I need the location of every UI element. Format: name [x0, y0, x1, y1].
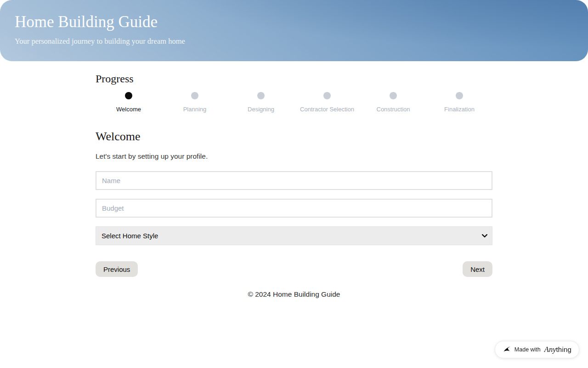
- brand-any: Any: [544, 345, 556, 354]
- next-button[interactable]: Next: [463, 261, 492, 277]
- step-label: Designing: [248, 106, 274, 113]
- progress-step-designing: Designing: [228, 92, 294, 113]
- anything-logo-icon: [503, 345, 511, 354]
- progress-step-planning: Planning: [162, 92, 228, 113]
- previous-button[interactable]: Previous: [96, 261, 138, 277]
- main-content: Progress Welcome Planning Designing Cont…: [96, 61, 492, 299]
- progress-step-construction: Construction: [360, 92, 426, 113]
- step-dot-planning: [191, 92, 198, 99]
- progress-stepper: Welcome Planning Designing Contractor Se…: [96, 92, 492, 113]
- made-with-label: Made with: [514, 346, 541, 353]
- step-dot-construction: [390, 92, 397, 99]
- step-label: Welcome: [116, 106, 141, 113]
- step-dot-finalization: [456, 92, 463, 99]
- step-label: Planning: [183, 106, 207, 113]
- welcome-heading: Welcome: [96, 130, 492, 144]
- progress-step-contractor-selection: Contractor Selection: [294, 92, 360, 113]
- made-with-badge[interactable]: Made with Any thing: [495, 341, 579, 358]
- welcome-description: Let's start by setting up your profile.: [96, 152, 492, 161]
- header-banner: Home Building Guide Your personalized jo…: [0, 0, 588, 61]
- step-dot-designing: [257, 92, 265, 99]
- step-dot-contractor-selection: [323, 92, 331, 99]
- home-style-select-wrap: Select Home Style: [96, 226, 492, 245]
- page-subtitle: Your personalized journey to building yo…: [15, 37, 573, 46]
- brand-name: Any thing: [544, 345, 571, 354]
- brand-thing: thing: [556, 345, 571, 353]
- progress-heading: Progress: [96, 61, 492, 85]
- footer-copyright: © 2024 Home Building Guide: [96, 290, 492, 299]
- name-input[interactable]: [96, 171, 492, 190]
- step-dot-welcome: [125, 92, 132, 99]
- step-label: Finalization: [444, 106, 475, 113]
- home-style-select[interactable]: Select Home Style: [96, 226, 492, 245]
- step-label: Contractor Selection: [300, 106, 354, 113]
- step-label: Construction: [377, 106, 410, 113]
- budget-input[interactable]: [96, 199, 492, 218]
- wizard-nav: Previous Next: [96, 261, 492, 277]
- profile-form: Select Home Style: [96, 171, 492, 245]
- progress-step-finalization: Finalization: [426, 92, 492, 113]
- page-title: Home Building Guide: [15, 13, 573, 31]
- progress-step-welcome: Welcome: [96, 92, 162, 113]
